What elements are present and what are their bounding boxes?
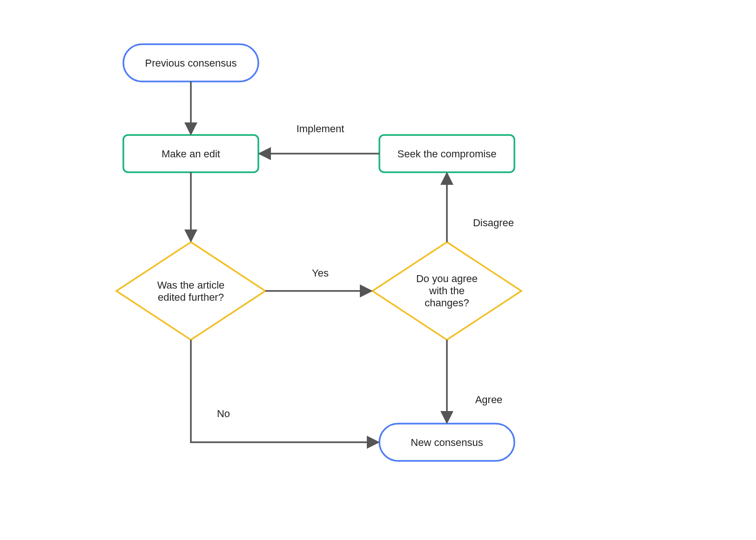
edge-label-agree: Agree — [475, 394, 503, 405]
node-decision-edited-further-label-1: Was the article — [157, 279, 225, 291]
node-make-edit: Make an edit — [123, 135, 258, 172]
edge-label-disagree: Disagree — [473, 217, 514, 229]
node-seek-compromise-label: Seek the compromise — [398, 148, 497, 160]
edge-label-yes: Yes — [312, 267, 329, 279]
node-seek-compromise: Seek the compromise — [379, 135, 514, 172]
node-decision-agree-changes-label-3: changes? — [425, 297, 469, 309]
node-previous-consensus-label: Previous consensus — [145, 57, 237, 69]
node-make-edit-label: Make an edit — [162, 148, 220, 160]
node-decision-agree-changes-label-1: Do you agree — [416, 273, 478, 284]
node-decision-agree-changes-label-2: with the — [429, 285, 465, 297]
node-new-consensus-label: New consensus — [411, 437, 483, 448]
node-decision-edited-further-label-2: edited further? — [158, 291, 224, 303]
node-decision-edited-further: Was the article edited further? — [116, 242, 265, 340]
edge-label-implement: Implement — [297, 123, 344, 135]
node-previous-consensus: Previous consensus — [123, 44, 258, 81]
node-decision-agree-changes: Do you agree with the changes? — [372, 242, 521, 340]
edge-label-no: No — [217, 408, 230, 419]
node-new-consensus: New consensus — [379, 424, 514, 461]
edge-q1-to-new — [191, 340, 377, 442]
flowchart: Previous consensus Make an edit Seek the… — [0, 0, 756, 540]
